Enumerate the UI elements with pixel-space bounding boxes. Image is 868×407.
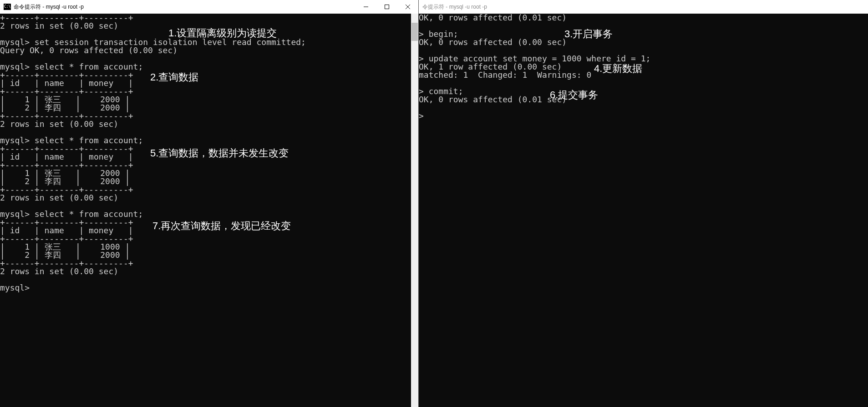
terminal-line: mysql> <box>0 284 418 292</box>
terminal-line <box>419 79 868 87</box>
annotation-6: 6.提交事务 <box>550 88 598 102</box>
terminal-line: OK, 0 rows affected (0.00 sec) <box>419 38 868 46</box>
terminal-line: > <box>419 112 868 120</box>
annotation-3: 3.开启事务 <box>564 27 613 41</box>
terminal-line <box>419 104 868 112</box>
annotation-5: 5.查询数据，数据并未发生改变 <box>150 146 289 160</box>
left-window-controls <box>355 0 418 14</box>
cmd-icon: C:\ <box>4 4 11 10</box>
left-window-title: 命令提示符 - mysql -u root -p <box>14 3 84 11</box>
terminal-line: matched: 1 Changed: 1 Warnings: 0 <box>419 71 868 79</box>
terminal-line: 2 rows in set (0.00 sec) <box>0 267 418 276</box>
minimize-button[interactable] <box>355 0 376 14</box>
left-terminal-body[interactable]: +------+--------+---------+2 rows in set… <box>0 14 418 407</box>
left-terminal-window: C:\ 命令提示符 - mysql -u root -p +------+---… <box>0 0 419 407</box>
terminal-line <box>419 22 868 30</box>
annotation-7: 7.再次查询数据，发现已经改变 <box>152 219 291 233</box>
terminal-line: 2 rows in set (0.00 sec) <box>0 194 418 202</box>
terminal-line: OK, 0 rows affected (0.01 sec) <box>419 14 868 22</box>
terminal-line: Query OK, 0 rows affected (0.00 sec) <box>0 46 418 55</box>
left-scrollbar[interactable] <box>411 14 418 407</box>
terminal-line <box>0 276 418 284</box>
annotation-2: 2.查询数据 <box>150 70 198 84</box>
terminal-line: 2 rows in set (0.00 sec) <box>0 120 418 128</box>
right-titlebar[interactable]: 令提示符 - mysql -u root -p <box>419 0 868 14</box>
right-terminal-window: 令提示符 - mysql -u root -p OK, 0 rows affec… <box>419 0 868 407</box>
left-scrollbar-thumb[interactable] <box>411 23 418 41</box>
annotation-1: 1.设置隔离级别为读提交 <box>168 26 277 40</box>
right-window-title: 令提示符 - mysql -u root -p <box>422 3 487 11</box>
right-terminal-body[interactable]: OK, 0 rows affected (0.01 sec) > begin;O… <box>419 14 868 407</box>
terminal-line: OK, 0 rows affected (0.01 sec) <box>419 95 868 104</box>
left-titlebar[interactable]: C:\ 命令提示符 - mysql -u root -p <box>0 0 418 14</box>
maximize-button[interactable] <box>376 0 397 14</box>
annotation-4: 4.更新数据 <box>594 62 642 75</box>
close-button[interactable] <box>397 0 418 14</box>
svg-rect-1 <box>385 5 389 9</box>
